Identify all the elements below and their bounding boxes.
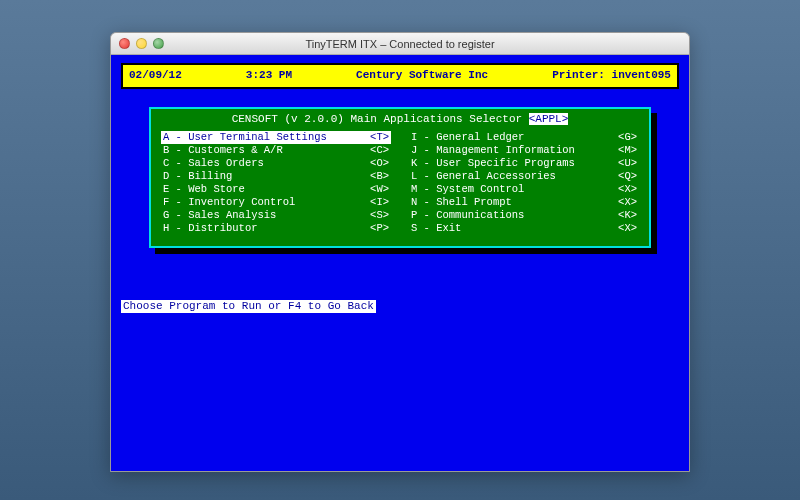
- menu-item-shortcut: <C>: [370, 144, 389, 157]
- menu-item-c[interactable]: C - Sales Orders<O>: [161, 157, 391, 170]
- menu-title-text: CENSOFT (v 2.0.0) Main Applications Sele…: [232, 113, 529, 125]
- menu-item-label: G - Sales Analysis: [163, 209, 276, 222]
- menu-item-shortcut: <O>: [370, 157, 389, 170]
- menu-item-label: E - Web Store: [163, 183, 245, 196]
- menu-item-label: J - Management Information: [411, 144, 575, 157]
- menu-item-label: M - System Control: [411, 183, 524, 196]
- menu-item-label: B - Customers & A/R: [163, 144, 283, 157]
- menu-title-tag: <APPL>: [529, 113, 569, 125]
- menu-item-shortcut: <U>: [618, 157, 637, 170]
- menu-item-shortcut: <X>: [618, 183, 637, 196]
- menu-item-label: S - Exit: [411, 222, 461, 235]
- menu-item-label: A - User Terminal Settings: [163, 131, 327, 144]
- menu-item-shortcut: <X>: [618, 222, 637, 235]
- menu-item-shortcut: <S>: [370, 209, 389, 222]
- info-time: 3:23 PM: [246, 69, 292, 83]
- menu-item-label: H - Distributor: [163, 222, 258, 235]
- menu-column-right: I - General Ledger<G>J - Management Info…: [409, 131, 639, 236]
- info-bar: 02/09/12 3:23 PM Century Software Inc Pr…: [121, 63, 679, 89]
- menu-column-left: A - User Terminal Settings<T>B - Custome…: [161, 131, 391, 236]
- menu-item-label: K - User Specific Programs: [411, 157, 575, 170]
- info-company: Century Software Inc: [356, 69, 488, 83]
- menu-item-label: L - General Accessories: [411, 170, 556, 183]
- menu-item-label: I - General Ledger: [411, 131, 524, 144]
- menu-item-a[interactable]: A - User Terminal Settings<T>: [161, 131, 391, 144]
- menu-title: CENSOFT (v 2.0.0) Main Applications Sele…: [161, 113, 639, 127]
- menu-item-label: N - Shell Prompt: [411, 196, 512, 209]
- status-prompt: Choose Program to Run or F4 to Go Back: [121, 300, 376, 314]
- terminal-screen: 02/09/12 3:23 PM Century Software Inc Pr…: [111, 55, 689, 471]
- menu-item-shortcut: <P>: [370, 222, 389, 235]
- menu-item-label: C - Sales Orders: [163, 157, 264, 170]
- menu-item-p[interactable]: P - Communications<K>: [409, 209, 639, 222]
- menu-item-shortcut: <I>: [370, 196, 389, 209]
- menu-item-n[interactable]: N - Shell Prompt<X>: [409, 196, 639, 209]
- menu-item-shortcut: <M>: [618, 144, 637, 157]
- menu-item-g[interactable]: G - Sales Analysis<S>: [161, 209, 391, 222]
- app-window: TinyTERM ITX – Connected to register 02/…: [110, 32, 690, 472]
- menu-item-l[interactable]: L - General Accessories<Q>: [409, 170, 639, 183]
- menu-item-label: D - Billing: [163, 170, 232, 183]
- menu-item-d[interactable]: D - Billing<B>: [161, 170, 391, 183]
- menu-item-shortcut: <K>: [618, 209, 637, 222]
- menu-item-k[interactable]: K - User Specific Programs<U>: [409, 157, 639, 170]
- window-controls: [111, 38, 164, 49]
- menu-item-shortcut: <T>: [370, 131, 389, 144]
- zoom-icon[interactable]: [153, 38, 164, 49]
- menu-item-shortcut: <B>: [370, 170, 389, 183]
- menu-item-e[interactable]: E - Web Store<W>: [161, 183, 391, 196]
- close-icon[interactable]: [119, 38, 130, 49]
- menu-container: CENSOFT (v 2.0.0) Main Applications Sele…: [149, 107, 651, 248]
- menu-item-label: P - Communications: [411, 209, 524, 222]
- info-date: 02/09/12: [129, 69, 182, 83]
- menu-item-shortcut: <W>: [370, 183, 389, 196]
- info-printer: Printer: invent095: [552, 69, 671, 83]
- menu-item-s[interactable]: S - Exit<X>: [409, 222, 639, 235]
- menu-columns: A - User Terminal Settings<T>B - Custome…: [161, 131, 639, 236]
- menu-item-i[interactable]: I - General Ledger<G>: [409, 131, 639, 144]
- menu-box: CENSOFT (v 2.0.0) Main Applications Sele…: [149, 107, 651, 248]
- menu-item-shortcut: <Q>: [618, 170, 637, 183]
- minimize-icon[interactable]: [136, 38, 147, 49]
- titlebar: TinyTERM ITX – Connected to register: [111, 33, 689, 55]
- menu-item-b[interactable]: B - Customers & A/R<C>: [161, 144, 391, 157]
- menu-item-shortcut: <G>: [618, 131, 637, 144]
- menu-item-m[interactable]: M - System Control<X>: [409, 183, 639, 196]
- menu-item-label: F - Inventory Control: [163, 196, 295, 209]
- menu-item-h[interactable]: H - Distributor<P>: [161, 222, 391, 235]
- menu-item-shortcut: <X>: [618, 196, 637, 209]
- window-title: TinyTERM ITX – Connected to register: [111, 38, 689, 50]
- menu-item-f[interactable]: F - Inventory Control<I>: [161, 196, 391, 209]
- menu-item-j[interactable]: J - Management Information<M>: [409, 144, 639, 157]
